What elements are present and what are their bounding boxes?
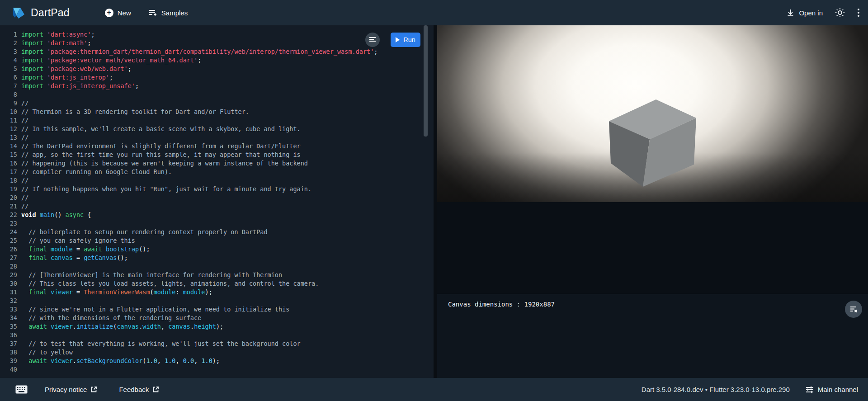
- code-line-content: // In this sample, we'll create a basic …: [17, 125, 301, 133]
- line-number: 34: [0, 314, 17, 322]
- code-line: 35 await viewer.initialize(canvas.width,…: [0, 322, 434, 331]
- line-number: 22: [0, 211, 17, 219]
- samples-button[interactable]: Samples: [148, 8, 188, 17]
- line-number: 21: [0, 202, 17, 211]
- run-button-label: Run: [403, 36, 415, 43]
- open-in-button[interactable]: Open in: [786, 9, 823, 17]
- code-line: 26 final module = await bootstrap();: [0, 245, 434, 254]
- code-line-content: // compiler running on Google Cloud Run)…: [17, 168, 172, 176]
- code-line: 33 // since we're not in a Flutter appli…: [0, 305, 434, 314]
- editor-scrollbar[interactable]: [424, 25, 428, 137]
- feedback-link[interactable]: Feedback: [119, 386, 159, 393]
- brand: DartPad: [11, 5, 70, 20]
- code-line-content: // boilerplate to setup our rendering co…: [17, 228, 268, 236]
- privacy-notice-link[interactable]: Privacy notice: [45, 386, 97, 393]
- code-line: 18//: [0, 176, 434, 185]
- code-line: 36: [0, 331, 434, 340]
- line-number: 24: [0, 228, 17, 236]
- code-line-content: //: [17, 193, 28, 202]
- top-app-bar: DartPad + New Samples: [0, 0, 868, 25]
- code-line-content: // Thermion is a 3D rendering toolkit fo…: [17, 108, 249, 116]
- line-number: 15: [0, 151, 17, 159]
- line-number: 8: [0, 90, 17, 99]
- code-line: 19// If nothing happens when you hit "Ru…: [0, 185, 434, 193]
- code-line-content: [17, 297, 21, 305]
- dartpad-app: DartPad + New Samples: [0, 0, 868, 401]
- code-line: 9//: [0, 99, 434, 108]
- line-number: 7: [0, 82, 17, 90]
- code-line: 32: [0, 297, 434, 305]
- app-title: DartPad: [31, 7, 70, 19]
- code-line-content: // The DartPad environment is slightly d…: [17, 142, 301, 151]
- brightness-icon: [835, 8, 845, 18]
- line-number: 5: [0, 65, 17, 73]
- code-line-content: import 'dart:js_interop_unsafe';: [17, 82, 139, 90]
- code-line: 30 // This class lets you load assets, l…: [0, 279, 434, 288]
- console-output: Canvas dimensions : 868x401: [448, 300, 868, 309]
- status-bar: Privacy notice Feedback Dart 3.5.0-284.0…: [0, 378, 868, 401]
- code-line-content: // app, so the first time you run this s…: [17, 151, 301, 159]
- download-icon: [786, 9, 795, 17]
- code-line-content: [17, 365, 21, 374]
- open-in-label: Open in: [799, 9, 823, 17]
- format-button[interactable]: [365, 33, 380, 47]
- line-number: 1: [0, 30, 17, 39]
- code-line: 12// In this sample, we'll create a basi…: [0, 125, 434, 133]
- line-number: 39: [0, 357, 17, 365]
- output-empty-area: [437, 202, 868, 294]
- line-number: 18: [0, 176, 17, 185]
- code-line-content: await viewer.setBackgroundColor(1.0, 1.0…: [17, 357, 220, 365]
- code-line: 4import 'package:vector_math/vector_math…: [0, 56, 434, 65]
- render-canvas[interactable]: [437, 25, 868, 202]
- line-number: 33: [0, 305, 17, 314]
- line-number: 11: [0, 116, 17, 125]
- channel-label: Main channel: [818, 386, 858, 393]
- code-line: 29 // [ThermionViewer] is the main inter…: [0, 271, 434, 279]
- code-line: 11//: [0, 116, 434, 125]
- code-line-content: [17, 262, 21, 271]
- line-number: 35: [0, 322, 17, 331]
- header-right-cluster: Open in: [786, 8, 860, 18]
- code-line: 10// Thermion is a 3D rendering toolkit …: [0, 108, 434, 116]
- code-editor-panel[interactable]: 1import 'dart:async';2import 'dart:math'…: [0, 25, 434, 378]
- feedback-label: Feedback: [119, 386, 149, 393]
- line-number: 20: [0, 193, 17, 202]
- code-line-content: // to yellow: [17, 348, 73, 357]
- line-number: 12: [0, 125, 17, 133]
- code-line: 31 final viewer = ThermionViewerWasm(mod…: [0, 288, 434, 297]
- line-number: 36: [0, 331, 17, 340]
- code-line-content: // This class lets you load assets, ligh…: [17, 279, 319, 288]
- code-line-content: [17, 331, 21, 340]
- kebab-menu-icon: [857, 8, 860, 17]
- code-line: 15// app, so the first time you run this…: [0, 151, 434, 159]
- code-line-content: import 'package:thermion_dart/thermion_d…: [17, 47, 377, 56]
- line-number: 28: [0, 262, 17, 271]
- line-number: 37: [0, 340, 17, 348]
- console-panel: Canvas dimensions : 868x401: [437, 294, 868, 378]
- playlist-add-icon: [148, 8, 157, 17]
- theme-toggle-button[interactable]: [835, 8, 845, 18]
- code-line-content: import 'package:vector_math/vector_math_…: [17, 56, 201, 65]
- code-line-content: [17, 219, 21, 228]
- code-line: 39 await viewer.setBackgroundColor(1.0, …: [0, 357, 434, 365]
- external-link-icon: [90, 386, 97, 393]
- keyboard-shortcuts-button[interactable]: [15, 385, 28, 394]
- channel-selector-button[interactable]: Main channel: [805, 385, 858, 394]
- run-button[interactable]: Run: [391, 33, 420, 47]
- new-button[interactable]: + New: [105, 9, 131, 17]
- code-line: 13//: [0, 133, 434, 142]
- sdk-version-text: Dart 3.5.0-284.0.dev • Flutter 3.23.0-13…: [642, 386, 790, 393]
- overflow-menu-button[interactable]: [857, 8, 860, 17]
- line-number: 23: [0, 219, 17, 228]
- samples-button-label: Samples: [161, 9, 188, 17]
- line-number: 4: [0, 56, 17, 65]
- panel-splitter[interactable]: [434, 25, 437, 378]
- code-line-content: //: [17, 99, 28, 108]
- new-button-label: New: [118, 9, 131, 17]
- dartpad-logo: [11, 5, 26, 20]
- code-line-content: //: [17, 133, 28, 142]
- code-line: 17// compiler running on Google Cloud Ru…: [0, 168, 434, 176]
- code-line-content: // you can safely ignore this: [17, 236, 135, 245]
- line-number: 6: [0, 73, 17, 82]
- clear-console-button[interactable]: [845, 301, 862, 318]
